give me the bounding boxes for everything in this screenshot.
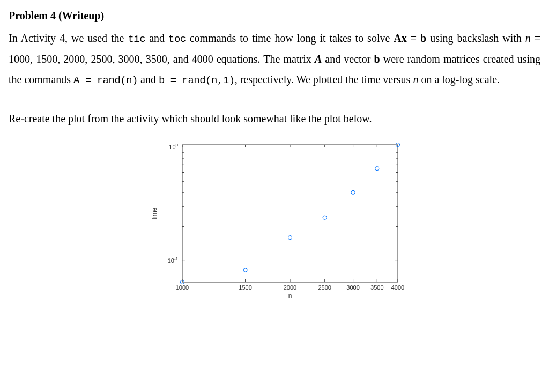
y-tick-label: 10-1: [168, 257, 179, 264]
y-axis-label: time: [151, 208, 158, 220]
p1-b: and: [145, 32, 168, 44]
y-tick-label: 100: [169, 143, 178, 151]
data-marker: [375, 167, 379, 171]
p1-d: using backslash with: [426, 32, 525, 44]
x-tick-label: 1000: [176, 284, 189, 291]
math-n: n: [525, 32, 531, 44]
data-marker: [351, 190, 355, 194]
chart-wrap: 100015002000250030003500400010-1100ntime: [140, 138, 409, 310]
x-tick-label: 3000: [346, 284, 359, 291]
paragraph-2: Re-create the plot from the activity whi…: [9, 108, 540, 129]
code-randb: b = rand(n,1): [159, 75, 235, 86]
math-A: A: [315, 53, 322, 65]
math-bvec: b: [374, 53, 380, 65]
p1-i: , respectively. We plotted the time vers…: [235, 73, 413, 85]
data-marker: [323, 216, 327, 219]
p1-a: In Activity 4, we used the: [9, 32, 128, 44]
p1-f: and vector: [322, 53, 374, 65]
code-randA: A = rand(n): [73, 75, 138, 86]
math-ax: Ax: [394, 32, 406, 44]
x-tick-label: 2500: [318, 284, 331, 291]
problem-heading: Problem 4 (Writeup): [9, 5, 540, 26]
x-tick-label: 4000: [391, 284, 404, 291]
x-tick-label: 1500: [239, 284, 251, 291]
math-eq: =: [407, 32, 420, 44]
plot-box: [182, 145, 398, 282]
chart-svg: 100015002000250030003500400010-1100ntime: [140, 138, 409, 310]
p1-j: on a log-log scale.: [418, 73, 500, 85]
data-marker: [288, 236, 292, 240]
math-b: b: [420, 32, 426, 44]
p1-h: and: [138, 73, 159, 85]
p1-c: commands to time how long it takes to so…: [186, 32, 394, 44]
x-tick-label: 2000: [284, 284, 296, 291]
code-tic: tic: [128, 33, 145, 45]
x-axis-label: n: [288, 292, 292, 300]
problem-page: Problem 4 (Writeup) In Activity 4, we us…: [0, 0, 549, 326]
data-marker: [243, 268, 247, 272]
math-n2: n: [413, 73, 418, 85]
paragraph-1: In Activity 4, we used the tic and toc c…: [9, 28, 540, 90]
x-tick-label: 3500: [370, 284, 383, 291]
code-toc: toc: [168, 33, 186, 45]
